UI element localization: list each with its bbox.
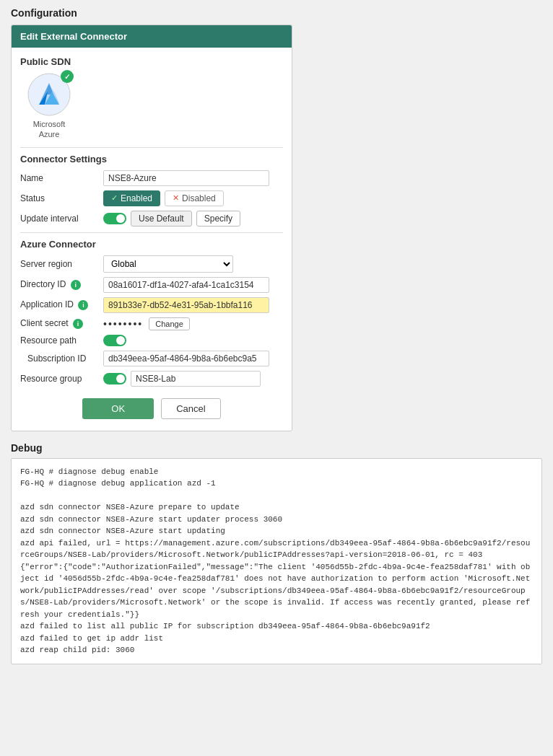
update-interval-row: Update interval Use Default Specify bbox=[20, 211, 283, 227]
name-label: Name bbox=[20, 173, 103, 183]
button-row: OK Cancel bbox=[20, 391, 283, 422]
application-id-info-icon[interactable]: i bbox=[78, 300, 88, 310]
enabled-button[interactable]: ✓ Enabled bbox=[103, 190, 160, 206]
application-id-label: Application ID i bbox=[20, 299, 103, 310]
subscription-id-row: Subscription ID bbox=[20, 351, 283, 366]
resource-path-label: Resource path bbox=[20, 335, 103, 346]
disabled-x-icon: ✕ bbox=[173, 193, 179, 203]
public-sdn-label: Public SDN bbox=[20, 56, 283, 67]
server-region-select[interactable]: Global US EU China bbox=[103, 255, 233, 273]
name-input[interactable] bbox=[103, 170, 269, 186]
debug-console: FG-HQ # diagnose debug enable FG-HQ # di… bbox=[11, 458, 542, 664]
resource-group-row: Resource group bbox=[20, 371, 283, 387]
public-sdn-section: Public SDN ✓ bbox=[20, 56, 283, 140]
subscription-id-label: Subscription ID bbox=[20, 353, 103, 364]
enabled-check-icon: ✓ bbox=[111, 193, 118, 203]
ok-button[interactable]: OK bbox=[82, 398, 154, 419]
card-header: Edit External Connector bbox=[12, 25, 292, 48]
client-secret-label: Client secret i bbox=[20, 318, 103, 329]
directory-id-label: Directory ID i bbox=[20, 279, 103, 290]
server-region-row: Server region Global US EU China bbox=[20, 255, 283, 273]
edit-connector-card: Edit External Connector Public SDN bbox=[11, 25, 292, 431]
resource-group-label: Resource group bbox=[20, 374, 103, 384]
status-row: Status ✓ Enabled ✕ Disabled bbox=[20, 190, 283, 206]
directory-id-row: Directory ID i bbox=[20, 277, 283, 293]
resource-group-input[interactable] bbox=[131, 371, 261, 387]
specify-button[interactable]: Specify bbox=[196, 211, 240, 227]
resource-path-toggle[interactable] bbox=[103, 335, 126, 346]
application-id-input[interactable] bbox=[103, 297, 269, 313]
change-button[interactable]: Change bbox=[149, 317, 190, 330]
subscription-id-input[interactable] bbox=[103, 351, 269, 366]
update-interval-label: Update interval bbox=[20, 214, 103, 224]
name-row: Name bbox=[20, 170, 283, 186]
application-id-row: Application ID i bbox=[20, 297, 283, 313]
debug-title: Debug bbox=[11, 442, 542, 454]
client-secret-info-icon[interactable]: i bbox=[73, 319, 83, 329]
page-title: Configuration bbox=[11, 7, 542, 19]
client-secret-value: •••••••• bbox=[103, 318, 143, 330]
status-label: Status bbox=[20, 193, 103, 203]
check-badge: ✓ bbox=[61, 70, 74, 83]
resource-path-row: Resource path bbox=[20, 335, 283, 346]
azure-name-label: MicrosoftAzure bbox=[33, 119, 66, 140]
connector-settings-label: Connector Settings bbox=[20, 154, 283, 164]
directory-id-info-icon[interactable]: i bbox=[71, 280, 81, 290]
resource-group-toggle[interactable] bbox=[103, 373, 126, 384]
update-interval-toggle[interactable] bbox=[103, 213, 126, 224]
azure-logo: ✓ bbox=[27, 73, 71, 116]
azure-connector-label: Azure Connector bbox=[20, 239, 283, 250]
directory-id-input[interactable] bbox=[103, 277, 269, 293]
server-region-label: Server region bbox=[20, 259, 103, 269]
debug-section: Debug FG-HQ # diagnose debug enable FG-H… bbox=[11, 442, 542, 664]
azure-logo-container: ✓ MicrosoftAzure bbox=[20, 73, 78, 140]
disabled-button[interactable]: ✕ Disabled bbox=[165, 190, 224, 206]
cancel-button[interactable]: Cancel bbox=[161, 398, 220, 419]
client-secret-row: Client secret i •••••••• Change bbox=[20, 317, 283, 330]
use-default-button[interactable]: Use Default bbox=[131, 211, 192, 227]
